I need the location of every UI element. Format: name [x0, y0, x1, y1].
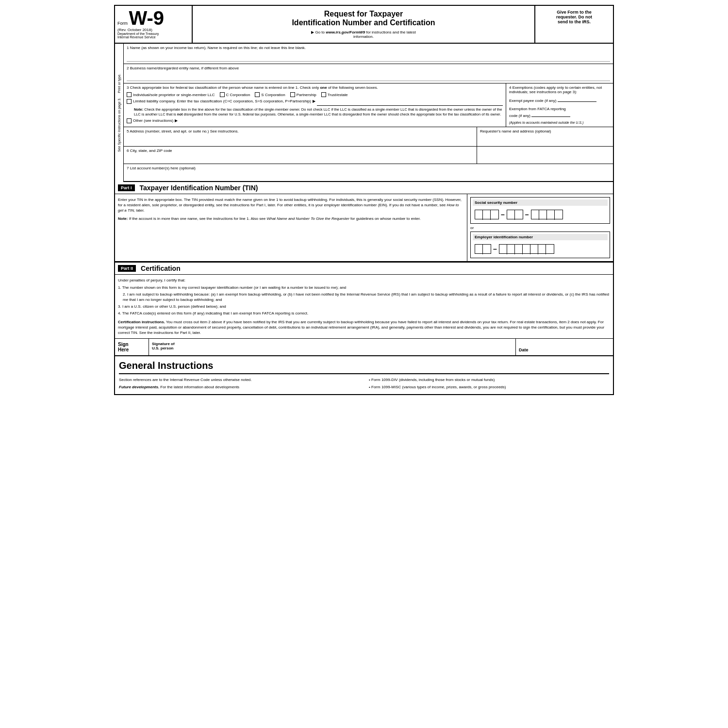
ein-cell[interactable]	[523, 245, 530, 254]
requester-input[interactable]	[477, 147, 613, 164]
c-corp-checkbox[interactable]	[220, 92, 225, 97]
cert-item2: 2. I am not subject to backup withholdin…	[118, 292, 610, 302]
individual-checkbox[interactable]	[127, 92, 132, 97]
field7-input[interactable]	[127, 170, 610, 179]
ein-dash: –	[492, 245, 498, 253]
llc-row: Limited liability company. Enter the tax…	[127, 99, 503, 106]
exempt-payee-line: Exempt payee code (if any)	[509, 96, 610, 103]
or-text: or	[470, 226, 610, 230]
general-right: • Form 1099-DIV (dividends, including th…	[369, 377, 609, 390]
irs-link-suffix: for instructions and the latest	[366, 30, 416, 34]
cert-content: Under penalties of perjury, I certify th…	[115, 275, 613, 339]
w9-logo: W-9	[129, 7, 165, 29]
sign-here-text: Sign Here	[118, 342, 146, 352]
ssn-segment2	[507, 210, 523, 219]
trust-checkbox[interactable]	[321, 92, 326, 97]
irs-link-prefix: ▶ Go to	[311, 30, 325, 34]
other-checkbox[interactable]	[127, 118, 132, 123]
llc-arrow: ▶	[313, 99, 315, 103]
field3-section: 3 Check appropriate box for federal tax …	[124, 83, 613, 127]
sidebar: See Specific Instructions on page 3. Pri…	[115, 44, 124, 182]
ssn-box: Social security number – –	[470, 197, 610, 224]
exempt-fatca-label: Exemption from FATCA reporting	[509, 107, 566, 111]
ein-cell[interactable]	[530, 245, 538, 254]
exempt-fatca-line: Exemption from FATCA reporting	[509, 107, 610, 111]
ein-cell[interactable]	[499, 245, 507, 254]
give-form3: send to the IRS.	[539, 19, 609, 24]
ssn-cell[interactable]	[539, 210, 547, 220]
give-form1: Give Form to the	[539, 10, 609, 15]
tin-boxes: Social security number – –	[467, 194, 613, 261]
irs-link-line: ▶ Go to www.irs.gov/FormW9 for instructi…	[197, 30, 530, 39]
date-label: Date	[519, 347, 529, 352]
us-person: U.S. person	[152, 346, 513, 350]
field4-label: 4 Exemptions (codes apply only to certai…	[509, 85, 610, 94]
ssn-cell[interactable]	[515, 210, 523, 220]
tin-description: Enter your TIN in the appropriate box. T…	[115, 194, 467, 261]
ssn-cell[interactable]	[531, 210, 539, 220]
s-corp-checkbox[interactable]	[255, 92, 260, 97]
sign-content: Signature of U.S. person	[149, 339, 516, 355]
part1-section: Part I Taxpayer Identification Number (T…	[115, 182, 613, 263]
field7-label: 7 List account number(s) here (optional)	[127, 166, 610, 170]
field7-area: 7 List account number(s) here (optional)	[124, 164, 613, 182]
note-label: Note:	[134, 107, 143, 112]
form1099div: • Form 1099-DIV (dividends, including th…	[369, 377, 609, 382]
form-title-line1: Request for Taxpayer	[197, 10, 530, 18]
tin-desc-p1: Enter your TIN in the appropriate box. T…	[118, 197, 464, 214]
field2-label: 2 Business name/disregarded entity name,…	[127, 66, 610, 70]
ein-cell[interactable]	[546, 245, 554, 254]
ssn-fields: – –	[473, 208, 608, 221]
sign-section: Sign Here Signature of U.S. person Date	[115, 339, 613, 356]
cert-item4: 4. The FATCA code(s) entered on this for…	[118, 311, 610, 316]
ein-cell[interactable]	[507, 245, 515, 254]
sidebar-text: See Specific Instructions on page 3. Pri…	[117, 74, 121, 152]
llc-checkbox[interactable]	[127, 99, 132, 104]
field5-input[interactable]	[127, 133, 474, 144]
tin-note: Note: If the account is in more than one…	[118, 216, 464, 221]
sign-date-area: Date	[516, 339, 613, 355]
cert-instructions-text: You must cross out item 2 above if you h…	[118, 320, 604, 335]
ssn-cell[interactable]	[507, 210, 515, 220]
other-row: Other (see instructions) ▶	[127, 118, 503, 123]
form-title-line2: Identification Number and Certification	[197, 18, 530, 27]
main-content: 1 Name (as shown on your income tax retu…	[124, 44, 613, 182]
c-corp-checkbox-item: C Corporation	[220, 92, 250, 97]
individual-checkbox-item: Individual/sole proprietor or single-mem…	[127, 92, 215, 97]
ein-cell[interactable]	[483, 245, 491, 254]
exempt-fatca2-label: code (if any)	[509, 114, 530, 118]
form-title-area: Request for Taxpayer Identification Numb…	[193, 6, 535, 43]
ssn-cell[interactable]	[555, 210, 563, 220]
partnership-checkbox[interactable]	[290, 92, 295, 97]
field5-section: 5 Address (number, street, and apt. or s…	[124, 127, 613, 147]
note-not: not	[177, 112, 183, 116]
ssn-dash2: –	[524, 211, 530, 218]
ein-segment1	[475, 244, 491, 254]
ein-cell[interactable]	[538, 245, 546, 254]
ssn-cell[interactable]	[547, 210, 555, 220]
signature-of: Signature of	[152, 342, 513, 346]
field1-input[interactable]	[127, 52, 610, 62]
exemptions-area: 4 Exemptions (codes apply only to certai…	[506, 83, 613, 127]
cert-instructions-label: Certification instructions.	[118, 320, 165, 324]
field6-input[interactable]	[127, 153, 474, 162]
form-header: Form W-9 (Rev. October 2018) Department …	[115, 6, 613, 44]
ein-cell[interactable]	[475, 245, 483, 254]
field2-input[interactable]	[127, 72, 610, 81]
ein-label: Employer identification number	[473, 234, 608, 240]
field1-area: 1 Name (as shown on your income tax retu…	[124, 44, 613, 64]
other-label: Other (see instructions)	[133, 118, 173, 123]
ssn-cell[interactable]	[491, 210, 498, 220]
general-text1: Section references are to the Internal R…	[119, 377, 359, 382]
field6-area: 6 City, state, and ZIP code	[124, 147, 477, 164]
ssn-cell[interactable]	[475, 210, 483, 220]
ein-box: Employer identification number –	[470, 232, 610, 258]
form-label: Form W-9	[117, 8, 189, 28]
irs-link-suffix2: information.	[353, 34, 374, 39]
ssn-cell[interactable]	[483, 210, 491, 220]
s-corp-label: S Corporation	[261, 93, 285, 97]
ssn-segment1	[475, 210, 499, 219]
ein-cell[interactable]	[515, 245, 523, 254]
part2-title: Certification	[141, 265, 181, 272]
future-text: For the latest information about develop…	[160, 385, 239, 389]
